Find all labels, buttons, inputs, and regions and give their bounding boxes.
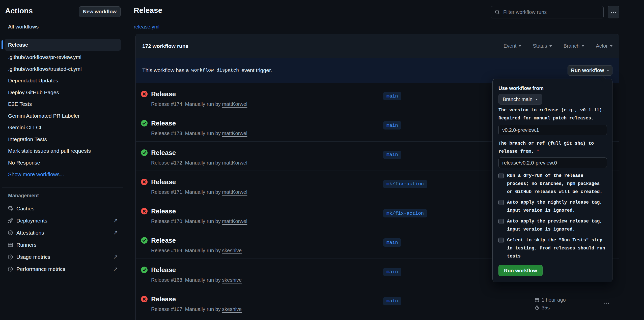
branch-filter-dropdown[interactable]: Branch bbox=[564, 43, 584, 49]
sidebar-item-workflow[interactable]: E2E Tests bbox=[0, 98, 125, 110]
sidebar-item-deployments[interactable]: Deployments ↗ bbox=[0, 215, 125, 227]
external-link-icon: ↗ bbox=[113, 266, 118, 272]
sidebar-item-attestations[interactable]: Attestations ↗ bbox=[0, 227, 125, 239]
sidebar-item-workflow[interactable]: Integration Tests bbox=[0, 134, 125, 145]
ref-input[interactable] bbox=[498, 157, 607, 168]
actor-filter-dropdown[interactable]: Actor bbox=[596, 43, 612, 49]
management-section-label: Management bbox=[8, 193, 39, 199]
external-link-icon: ↗ bbox=[113, 217, 118, 224]
dry-run-checkbox[interactable] bbox=[498, 173, 504, 178]
branch-select-dropdown[interactable]: Branch: main bbox=[498, 94, 542, 105]
run-status-icon bbox=[141, 149, 148, 156]
run-title[interactable]: Release bbox=[151, 266, 176, 274]
checkbox-label[interactable]: Run a dry-run of the release process; no… bbox=[507, 172, 607, 196]
run-title[interactable]: Release bbox=[151, 207, 176, 215]
sidebar-item-release[interactable]: Release bbox=[5, 39, 121, 51]
sidebar-item-usage-metrics[interactable]: Usage metrics ↗ bbox=[0, 251, 125, 263]
actor-link[interactable]: skeshive bbox=[222, 248, 242, 253]
popup-title: Use workflow from bbox=[498, 85, 544, 91]
sidebar-item-performance-metrics[interactable]: Performance metrics ↗ bbox=[0, 263, 125, 275]
branch-badge[interactable]: main bbox=[383, 92, 401, 100]
filter-workflow-runs-input[interactable] bbox=[491, 6, 604, 18]
workflow-options-kebab-button[interactable] bbox=[608, 6, 619, 18]
nightly-tag-checkbox[interactable] bbox=[498, 200, 504, 205]
run-description: Release #172: Manually run by mattKorwel bbox=[151, 160, 247, 166]
show-more-workflows-link[interactable]: Show more workflows... bbox=[0, 169, 125, 180]
chevron-down-icon bbox=[519, 45, 521, 48]
actor-link[interactable]: mattKorwel bbox=[222, 131, 247, 136]
run-status-icon bbox=[141, 208, 148, 214]
run-title[interactable]: Release bbox=[151, 149, 176, 157]
actor-link[interactable]: skeshive bbox=[222, 306, 242, 312]
run-title[interactable]: Release bbox=[151, 295, 176, 303]
actor-link[interactable]: mattKorwel bbox=[222, 160, 247, 166]
version-input[interactable] bbox=[498, 125, 607, 135]
run-description: Release #169: Manually run by skeshive bbox=[151, 248, 242, 253]
branch-badge[interactable]: mk/fix-action bbox=[383, 180, 427, 188]
actor-link[interactable]: mattKorwel bbox=[222, 218, 247, 224]
actor-link[interactable]: skeshive bbox=[222, 277, 242, 283]
run-status-icon bbox=[141, 237, 148, 244]
actor-link[interactable]: mattKorwel bbox=[222, 101, 247, 107]
x-circle-fill-icon bbox=[141, 296, 148, 302]
run-title[interactable]: Release bbox=[151, 178, 176, 186]
check-circle-fill-icon bbox=[141, 120, 148, 126]
run-title[interactable]: Release bbox=[151, 237, 176, 244]
workflow-run-row[interactable]: Release Release #167: Manually run by sk… bbox=[136, 288, 619, 317]
branch-badge[interactable]: main bbox=[383, 121, 401, 130]
branch-badge[interactable]: main bbox=[383, 151, 401, 159]
run-status-icon bbox=[141, 91, 148, 97]
sidebar-item-label: Performance metrics bbox=[16, 266, 65, 272]
sidebar-item-caches[interactable]: Caches bbox=[0, 203, 125, 215]
checkbox-label[interactable]: Auto apply the nightly release tag, inpu… bbox=[507, 198, 607, 214]
check-circle-fill-icon bbox=[141, 237, 148, 244]
sidebar-item-runners[interactable]: Runners bbox=[0, 239, 125, 251]
chevron-down-icon bbox=[607, 70, 609, 73]
actions-page: Actions New workflow All workflows Relea… bbox=[0, 0, 644, 320]
workflow-file-link[interactable]: release.yml bbox=[134, 24, 159, 30]
version-field-description: The version to release (e.g., v0.1.11). … bbox=[498, 106, 607, 122]
banner-text: This workflow has a bbox=[142, 67, 189, 73]
deployments-icon bbox=[8, 218, 13, 223]
sidebar-item-workflow[interactable]: Gemini Automated PR Labeler bbox=[0, 110, 125, 122]
actor-link[interactable]: mattKorwel bbox=[222, 189, 247, 195]
sidebar-item-workflow[interactable]: Mark stale issues and pull requests bbox=[0, 145, 125, 157]
branch-badge[interactable]: main bbox=[383, 297, 401, 305]
checkbox-label[interactable]: Select to skip the "Run Tests" step in t… bbox=[507, 236, 607, 260]
sidebar-item-workflow[interactable]: Gemini CLI CI bbox=[0, 122, 125, 134]
preview-tag-checkbox[interactable] bbox=[498, 219, 504, 224]
run-workflow-submit-button[interactable]: Run workflow bbox=[498, 265, 543, 276]
sidebar-item-workflow[interactable]: Dependabot Updates bbox=[0, 75, 125, 87]
branch-badge[interactable]: mk/fix-action bbox=[383, 209, 427, 217]
status-filter-dropdown[interactable]: Status bbox=[533, 43, 552, 49]
run-description: Release #173: Manually run by mattKorwel bbox=[151, 131, 247, 136]
branch-badge[interactable]: main bbox=[383, 268, 401, 276]
run-title[interactable]: Release bbox=[151, 90, 176, 98]
sidebar-item-label: Caches bbox=[16, 206, 34, 212]
sidebar-item-workflow[interactable]: .github/workflows/trusted-ci.yml bbox=[0, 63, 125, 75]
checkbox-label[interactable]: Auto apply the preview release tag, inpu… bbox=[507, 217, 607, 233]
new-workflow-button[interactable]: New workflow bbox=[79, 6, 121, 17]
run-workflow-dropdown-button[interactable]: Run workflow bbox=[568, 65, 612, 76]
run-workflow-popup: Use workflow from Branch: main The versi… bbox=[492, 79, 612, 282]
run-options-kebab-button[interactable] bbox=[601, 299, 612, 308]
run-filters: Event Status Branch Actor bbox=[503, 43, 612, 49]
x-circle-fill-icon bbox=[141, 208, 148, 214]
sidebar-item-workflow[interactable]: Deploy GitHub Pages bbox=[0, 87, 125, 99]
filter-runs-searchbox bbox=[491, 6, 604, 18]
sidebar-item-label: Usage metrics bbox=[16, 254, 50, 260]
run-title[interactable]: Release bbox=[151, 119, 176, 127]
run-description: Release #168: Manually run by skeshive bbox=[151, 277, 242, 283]
sidebar-item-all-workflows[interactable]: All workflows bbox=[5, 21, 121, 33]
usage-metrics-icon bbox=[8, 254, 13, 260]
sidebar-item-workflow[interactable]: .github/workflows/pr-review.yml bbox=[0, 51, 125, 63]
run-status-icon bbox=[141, 296, 148, 302]
actions-sidebar: Actions New workflow All workflows Relea… bbox=[0, 0, 125, 320]
sidebar-item-workflow[interactable]: No Response bbox=[0, 157, 125, 169]
check-circle-fill-icon bbox=[141, 149, 148, 156]
skip-tests-checkbox[interactable] bbox=[498, 238, 504, 243]
branch-badge[interactable]: main bbox=[383, 238, 401, 247]
event-filter-dropdown[interactable]: Event bbox=[503, 43, 521, 49]
run-description: Release #170: Manually run by mattKorwel bbox=[151, 218, 247, 224]
workflow-list: .github/workflows/pr-review.yml .github/… bbox=[0, 51, 125, 180]
